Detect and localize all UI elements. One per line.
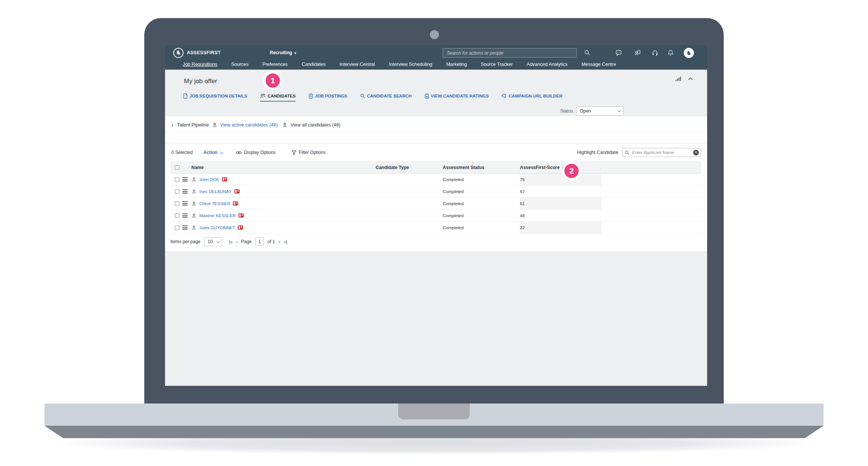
talent-pipeline-row: › Talent Pipeline View active candidates… — [165, 116, 707, 132]
column-name[interactable]: Name — [191, 165, 376, 170]
brand: ♞ ASSESSFIRST — [173, 45, 221, 60]
tab-job-requisition-details[interactable]: JOB REQUISITION DETAILS — [183, 93, 247, 101]
row-checkbox[interactable] — [175, 225, 179, 230]
select-all-checkbox[interactable] — [175, 165, 179, 170]
laptop-mockup: ♞ ASSESSFIRST Recruiting ▾ — [0, 0, 868, 466]
global-search-input[interactable] — [443, 48, 577, 58]
row-checkbox[interactable] — [175, 189, 179, 194]
row-checkbox[interactable] — [175, 213, 179, 218]
column-candidate-type[interactable]: Candidate Type — [376, 165, 443, 170]
person-icon — [191, 201, 197, 206]
row-menu-icon[interactable] — [182, 189, 188, 193]
nav-item-marketing[interactable]: Marketing — [446, 62, 467, 67]
row-menu-icon[interactable] — [182, 213, 188, 218]
items-per-page-select[interactable]: 10 — [204, 237, 222, 246]
row-checkbox[interactable] — [175, 201, 179, 206]
person-icon — [282, 122, 287, 128]
status-row: Status Open — [165, 105, 707, 116]
table-toolbar: 0 Selected Action Display Options Filter… — [165, 143, 707, 161]
candidate-name-link[interactable]: Jules GUYONNET — [199, 225, 235, 230]
user-avatar[interactable]: ♞ — [684, 48, 694, 58]
bar-chart-icon[interactable] — [675, 75, 681, 82]
module-selector[interactable]: Recruiting ▾ — [270, 45, 296, 60]
assessment-status: Completed — [443, 213, 520, 218]
candidate-name-link[interactable]: John DOE — [199, 177, 219, 182]
highlight-candidate-search: ✕ — [622, 148, 701, 157]
laptop-base-notch — [398, 404, 470, 419]
search-icon — [625, 150, 630, 155]
person-icon — [191, 225, 197, 230]
next-page-button[interactable]: › — [279, 239, 280, 245]
people-directory-icon[interactable] — [634, 45, 641, 60]
notifications-bell-icon[interactable] — [668, 45, 674, 60]
filter-options-button[interactable]: Filter Options — [292, 150, 326, 155]
filter-icon — [292, 150, 296, 155]
row-menu-icon[interactable] — [182, 225, 188, 230]
candidate-flag-icon[interactable] — [238, 213, 244, 218]
nav-item-preferences[interactable]: Preferences — [263, 62, 288, 67]
nav-item-job-requisitions[interactable]: Job Requisitions — [183, 62, 217, 67]
nav-item-source-tracker[interactable]: Source Tracker — [481, 62, 513, 67]
previous-page-button[interactable]: ‹ — [236, 239, 237, 245]
first-page-button[interactable]: |« — [229, 239, 232, 245]
view-all-candidates-link[interactable]: View all candidates (48) — [290, 122, 340, 128]
top-bar: ♞ ASSESSFIRST Recruiting ▾ — [165, 45, 707, 60]
annotation-badge-2: 2 — [562, 161, 581, 180]
page-number-input[interactable] — [255, 238, 264, 246]
status-select[interactable]: Open — [576, 107, 623, 116]
search-icon[interactable] — [584, 45, 590, 60]
row-checkbox[interactable] — [175, 177, 179, 182]
page-title: My job offer — [184, 78, 217, 85]
tab-job-postings[interactable]: JOB POSTINGS — [309, 93, 347, 101]
last-page-button[interactable]: »| — [284, 239, 287, 245]
annotation-badge-1: 1 — [263, 71, 282, 90]
clear-icon[interactable]: ✕ — [693, 150, 699, 155]
items-per-page-label: Items per page — [170, 239, 200, 244]
chevron-down-icon — [220, 150, 223, 154]
row-menu-icon[interactable] — [182, 201, 188, 206]
table-header-row: Name Candidate Type Assessment Status As… — [170, 161, 701, 174]
highlight-candidate-input[interactable] — [622, 150, 701, 155]
assessfirst-score: 75 — [520, 174, 601, 185]
candidate-flag-icon[interactable] — [238, 225, 243, 230]
assessment-status: Completed — [443, 189, 520, 194]
candidate-flag-icon[interactable] — [222, 177, 227, 181]
candidate-name-link[interactable]: Chloé TESSIER — [199, 201, 230, 206]
candidates-card: › Talent Pipeline View active candidates… — [165, 116, 707, 251]
table-row: Jules GUYONNET Completed 32 — [170, 222, 701, 234]
assessfirst-logo-icon: ♞ — [173, 48, 183, 58]
tab-candidate-search[interactable]: CANDIDATE SEARCH — [360, 93, 412, 101]
nav-item-candidates[interactable]: Candidates — [302, 62, 326, 67]
laptop-camera — [430, 30, 439, 39]
page-of-label: of 1 — [267, 239, 275, 244]
row-menu-icon[interactable] — [182, 177, 188, 181]
nav-item-advanced-analytics[interactable]: Advanced Analytics — [527, 62, 567, 67]
table-row: John DOE Completed 75 — [170, 174, 701, 186]
collapse-chevron-up-icon[interactable] — [688, 75, 693, 82]
assessment-status: Completed — [443, 177, 520, 182]
chat-icon[interactable] — [616, 45, 622, 60]
person-icon — [212, 122, 217, 128]
table-row: Maxime KESSLER Completed 48 — [170, 210, 701, 222]
candidate-name-link[interactable]: Maxime KESSLER — [199, 213, 236, 218]
selected-count: 0 Selected — [171, 150, 193, 155]
action-menu-button[interactable]: Action — [203, 150, 222, 155]
view-active-candidates-link[interactable]: View active candidates (48) — [220, 122, 278, 128]
tab-view-candidate-ratings[interactable]: VIEW CANDIDATE RATINGS — [425, 93, 489, 101]
tab-candidates[interactable]: CANDIDATES — [260, 93, 296, 102]
candidate-flag-icon[interactable] — [234, 189, 240, 193]
nav-item-sources[interactable]: Sources — [231, 62, 249, 67]
display-options-button[interactable]: Display Options — [236, 150, 276, 155]
candidate-flag-icon[interactable] — [233, 201, 238, 206]
tab-campaign-url-builder[interactable]: CAMPAIGN URL BUILDER — [501, 93, 562, 101]
candidate-name-link[interactable]: Ines DELAUNAY — [199, 189, 232, 194]
candidates-table: Name Candidate Type Assessment Status As… — [170, 161, 701, 234]
column-assessfirst-score[interactable]: AssessFirst-Score ↓ — [520, 165, 601, 170]
nav-item-interview-central[interactable]: Interview Central — [339, 62, 375, 67]
nav-item-message-centre[interactable]: Message Centre — [581, 62, 616, 67]
column-assessment-status[interactable]: Assessment Status — [443, 165, 520, 170]
expand-chevron-icon[interactable]: › — [171, 122, 173, 128]
table-row: Ines DELAUNAY Completed 67 — [170, 186, 701, 198]
nav-item-interview-scheduling[interactable]: Interview Scheduling — [389, 62, 432, 67]
support-headset-icon[interactable] — [652, 45, 658, 60]
